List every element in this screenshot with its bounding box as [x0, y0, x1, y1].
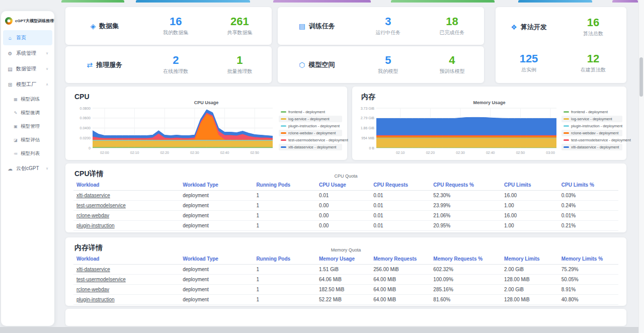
svg-text:954 MiB: 954 MiB [361, 136, 374, 140]
card-datasets-title: ◈ 数据集 [65, 22, 144, 31]
legend-swatch-icon [564, 132, 569, 134]
column-header[interactable]: CPU Limits % [558, 180, 618, 191]
stat-label: 我的数据集 [144, 29, 208, 36]
card-training-tasks: ▤ 训练任务 3 运行中任务 18 已完成任务 [278, 7, 484, 45]
svg-text:02:20: 02:20 [160, 151, 169, 154]
legend-item[interactable]: xlti-dataservice - deployment [279, 144, 342, 150]
card-algorithm-title: ❖ 算法开发 [511, 23, 547, 32]
memory-panel: 内存 Memory Usage 0 B954 MiB1.86 GiB2.79 G… [352, 87, 626, 160]
cpu-detail-title: CPU详情 [74, 170, 104, 179]
column-header[interactable]: Memory Requests [370, 254, 430, 265]
stat-my-models: 5 我的模型 [356, 54, 420, 75]
app-logo-icon [5, 17, 13, 25]
sidebar-item-3[interactable]: ⊞模型工厂∧ [3, 77, 52, 92]
legend-swatch-icon [564, 111, 569, 113]
sidebar-item-4[interactable]: ☁云创cGPT∨ [3, 161, 52, 176]
workload-link[interactable]: xlti-dataservice [76, 267, 110, 272]
sidebar-subitem[interactable]: ▣模型管理 [1, 120, 54, 133]
stat-value: 2 [144, 54, 208, 66]
stat-shared-datasets: 261 共享数据集 [208, 16, 272, 36]
workload-link[interactable]: rclone-webdav [76, 213, 109, 218]
column-header[interactable]: CPU Requests [370, 180, 430, 191]
column-header[interactable]: CPU Limits [501, 180, 558, 191]
svg-text:02:30: 02:30 [190, 151, 199, 154]
stat-value: 261 [208, 16, 272, 28]
legend-item[interactable]: log-service - deployment [279, 116, 342, 122]
sidebar-item-0[interactable]: ⌂首页 [3, 30, 52, 45]
card-training-title: ▤ 训练任务 [278, 22, 356, 31]
column-header[interactable]: Running Pods [253, 254, 316, 265]
sidebar-item-2[interactable]: ▤数据管理∨ [3, 61, 52, 76]
workload-link[interactable]: plugin-instruction [76, 223, 115, 228]
legend-item[interactable]: plugin-instruction - deployment [561, 123, 622, 129]
sidebar-item-1[interactable]: ⚙系统管理∨ [3, 46, 52, 61]
legend-item[interactable]: test-usermodelservice - deployment [561, 137, 622, 143]
legend-swatch-icon [564, 146, 569, 148]
memory-chart-title: Memory Usage [352, 100, 626, 105]
svg-text:02:50: 02:50 [250, 151, 259, 154]
sidebar-subitem[interactable]: ≔模型列表 [1, 147, 54, 160]
stat-total-algorithms: 16 算法总数 [583, 17, 603, 37]
workload-link[interactable]: test-usermodelservice [76, 277, 126, 282]
column-header[interactable]: Workload Type [180, 180, 253, 191]
svg-text:0.0200: 0.0200 [80, 136, 91, 140]
memory-table-caption: Memory Quota [73, 247, 618, 253]
legend-item[interactable]: xlti-dataservice - deployment [561, 144, 622, 150]
legend-item[interactable]: rclone-webdav - deployment [561, 130, 622, 136]
finetune-icon: ✎ [13, 111, 18, 115]
chevron-down-icon: ∨ [46, 51, 48, 55]
stat-building-algorithms: 12 在建算法数 [581, 53, 606, 73]
scrollbar-thumb[interactable] [639, 57, 643, 97]
stat-my-datasets: 16 我的数据集 [144, 16, 208, 36]
column-header[interactable]: Memory Usage [316, 254, 370, 265]
memory-legend: frontend - deploymentlog-service - deplo… [561, 109, 622, 151]
legend-item[interactable]: rclone-webdav - deployment [279, 130, 342, 136]
scrollbar-track[interactable] [638, 0, 644, 333]
svg-text:02:10: 02:10 [130, 151, 139, 154]
legend-swatch-icon [281, 111, 286, 113]
legend-item[interactable]: frontend - deployment [279, 109, 342, 115]
sidebar-subitem[interactable]: ◪模型评估 [1, 133, 54, 147]
column-header[interactable]: Memory Limits [501, 254, 558, 265]
column-header[interactable]: Workload [73, 180, 180, 191]
cpu-chart-title: CPU Usage [65, 100, 347, 105]
model-space-icon: ⬡ [299, 61, 305, 69]
legend-item[interactable]: log-service - deployment [561, 116, 622, 122]
legend-swatch-icon [564, 118, 569, 120]
column-header[interactable]: Memory Limits % [558, 254, 618, 265]
svg-text:02:30: 02:30 [456, 151, 465, 154]
legend-item[interactable]: test-usermodelservice - deployment [279, 137, 342, 143]
workload-link[interactable]: xlti-dataservice [76, 193, 110, 198]
column-header[interactable]: CPU Requests % [430, 180, 501, 191]
stat-label: 批量推理数 [208, 68, 272, 75]
stat-label: 运行中任务 [356, 29, 420, 36]
stat-label: 预训练模型 [420, 68, 484, 75]
memory-quota-table: WorkloadWorkload TypeRunning PodsMemory … [73, 254, 618, 305]
gear-icon: ⚙ [7, 51, 13, 56]
sidebar: cGPT大模型训练推理平台 ⌂首页⚙系统管理∨▤数据管理∨⊞模型工厂∧▦模型训练… [1, 11, 54, 326]
column-header[interactable]: CPU Usage [316, 180, 370, 191]
sidebar-subitem[interactable]: ▦模型训练 [1, 93, 54, 106]
workload-link[interactable]: test-usermodelservice [76, 203, 126, 208]
legend-item[interactable]: plugin-instruction - deployment [279, 123, 342, 129]
column-header[interactable]: Workload [73, 254, 180, 265]
svg-text:0.0400: 0.0400 [80, 126, 91, 130]
svg-text:0.0600: 0.0600 [80, 116, 91, 120]
legend-item[interactable]: frontend - deployment [561, 109, 622, 115]
top-card-strip [518, 0, 592, 3]
column-header[interactable]: Workload Type [180, 254, 253, 265]
legend-swatch-icon [281, 118, 286, 120]
sidebar-subitem[interactable]: ✎模型微调 [1, 106, 54, 120]
workload-link[interactable]: plugin-instruction [76, 297, 115, 302]
chevron-up-icon: ∧ [46, 82, 48, 87]
dataset-icon: ◈ [91, 22, 96, 30]
cpu-detail-panel: CPU详情 CPU Quota WorkloadWorkload TypeRun… [65, 163, 626, 232]
column-header[interactable]: Memory Requests % [430, 254, 501, 265]
column-header[interactable]: Running Pods [253, 180, 316, 191]
factory-icon: ⊞ [7, 82, 13, 88]
legend-swatch-icon [281, 125, 286, 127]
stat-total-instances: 125 总实例 [520, 53, 538, 73]
workload-link[interactable]: rclone-webdav [76, 287, 109, 292]
train-icon: ▦ [13, 97, 18, 102]
cpu-legend: frontend - deploymentlog-service - deplo… [279, 109, 342, 151]
